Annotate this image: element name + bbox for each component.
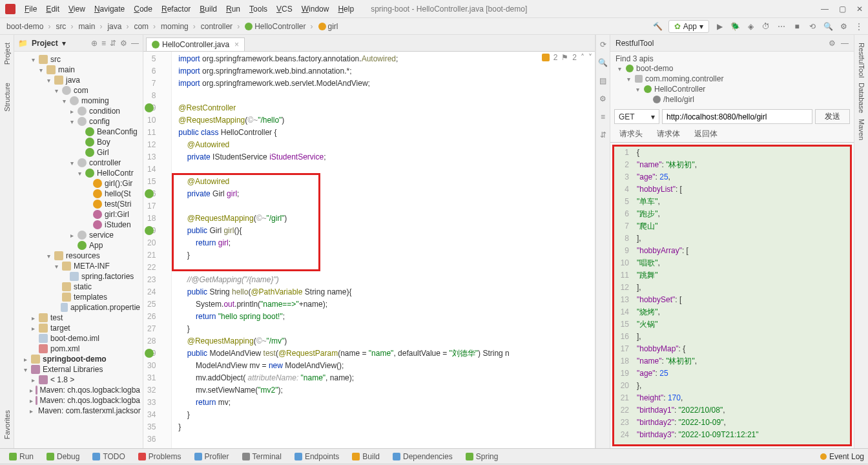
settings-icon[interactable]: ⚙ [120,39,127,48]
project-tree[interactable]: ▾src▾main▾java▾com▾moming▸condition▾conf… [14,52,143,448]
req-tab[interactable]: 请求头 [617,127,645,141]
tree-node[interactable]: iStuden [14,220,143,230]
tree-node[interactable]: ▾moming [14,96,143,106]
tree-node[interactable]: Girl [14,147,143,158]
json-response[interactable]: 123456789101112131415161718192021222324 … [612,145,852,446]
tree-node[interactable]: ▸condition [14,106,143,116]
code-line[interactable]: } [178,323,595,335]
project-tab[interactable]: Project [3,40,11,67]
bottom-tab-endpoints[interactable]: Endpoints [289,451,344,462]
menu-edit[interactable]: Edit [42,3,63,15]
tree-node[interactable]: ▾External Libraries [14,364,143,375]
tree-node[interactable]: spring.factories [14,271,143,282]
code-line[interactable] [178,90,595,102]
code-line[interactable]: System.out.println("name==>"+name); [178,298,595,311]
code-line[interactable]: @RequestMapping(©~"/girl") [178,212,595,225]
tree-node[interactable]: BeanConfig [14,127,143,137]
tree-node[interactable]: ▾resources [14,251,143,261]
api-node[interactable]: ▾boot-demo [615,63,849,74]
settings-icon[interactable]: ⚙ [838,21,849,32]
rest-settings-icon[interactable]: ⚙ [829,39,836,48]
crumb-boot-demo[interactable]: boot-demo [4,21,53,32]
window-buttons[interactable]: — ▢ ✕ [821,5,863,14]
debug-button[interactable]: 🪲 [730,21,740,32]
close-tab-icon[interactable]: × [234,40,239,49]
crumb-moming[interactable]: moming [158,21,198,32]
restfultool-tab[interactable]: RestfulTool [858,40,865,80]
coverage-button[interactable]: ◈ [745,21,756,32]
crumb-java[interactable]: java [105,21,131,32]
api-node[interactable]: ▾com.moming.controller [615,74,849,84]
send-button[interactable]: 发送 [815,109,850,124]
more-icon[interactable]: ⋮ [854,21,864,32]
chevron-down-icon[interactable]: ▾ [62,39,66,48]
close-icon[interactable]: ✕ [856,5,863,14]
bottom-tab-todo[interactable]: TODO [87,451,130,462]
hammer-icon[interactable]: 🔨 [653,21,663,32]
code-line[interactable]: } [178,249,595,262]
menu-window[interactable]: Window [298,3,333,15]
menu-help[interactable]: Help [334,3,358,15]
crumb-controller[interactable]: controller [198,21,242,32]
bottom-tab-profiler[interactable]: Profiler [189,451,234,462]
api-tree[interactable]: ▾boot-demo▾com.moming.controller▾HelloCo… [615,63,849,105]
bottom-tool-bar[interactable]: RunDebugTODOProblemsProfilerTerminalEndp… [0,448,868,464]
tree-node[interactable]: test(Stri [14,199,143,209]
tree-node[interactable]: App [14,240,143,251]
tree-node[interactable]: ▸test [14,313,143,323]
minimize-icon[interactable]: — [821,5,829,14]
update-running-icon[interactable]: ⟲ [807,21,818,32]
code-area[interactable]: 2 ⚑2 ˄ ˅ 5678910111213141516171819202122… [143,52,595,448]
refresh-icon[interactable]: ⟳ [600,40,606,49]
code-line[interactable] [178,262,595,274]
menu-run[interactable]: Run [222,3,244,15]
tree-node[interactable]: ▾main [14,65,143,75]
collapse-all-icon[interactable]: ⇵ [110,39,116,48]
code-line[interactable] [178,163,595,176]
search-icon[interactable]: 🔍 [823,21,833,32]
code-line[interactable]: //@GetMapping("/{name}") [178,274,595,286]
select-opened-file-icon[interactable]: ⊕ [91,39,98,48]
code-line[interactable]: ModelAndView mv = new ModelAndView(); [178,360,595,372]
bottom-tab-terminal[interactable]: Terminal [237,451,287,462]
bottom-tab-dependencies[interactable]: Dependencies [388,451,458,462]
bottom-tab-run[interactable]: Run [4,451,39,462]
code-line[interactable]: public String hello(@PathVariable String… [178,286,595,298]
tab-hellocontroller[interactable]: HelloController.java × [146,37,245,51]
event-log-button[interactable]: Event Log [820,452,864,461]
profile-button[interactable]: ⏱ [761,21,771,32]
crumb-src[interactable]: src [53,21,76,32]
code-line[interactable]: private Girl girl; [178,188,595,200]
gutter-run-icon[interactable] [145,103,154,112]
tree-node[interactable]: ▸Maven: com.fasterxml.jacksor [14,406,143,416]
collapse-icon[interactable]: ⇵ [600,130,606,140]
crumb-main[interactable]: main [76,21,105,32]
tree-node[interactable]: ▸Maven: ch.qos.logback:logba [14,385,143,395]
tree-node[interactable]: ▾controller [14,158,143,168]
menu-code[interactable]: Code [130,3,156,15]
tree-node[interactable]: templates [14,292,143,302]
tree-node[interactable]: ▾META-INF [14,261,143,271]
code-line[interactable]: return mv; [178,397,595,409]
expand-all-icon[interactable]: ≡ [101,39,106,48]
crumb-HelloController[interactable]: HelloController [242,21,315,32]
code-line[interactable]: import org.springframework.web.servlet.M… [178,78,595,90]
tree-node[interactable]: girl:Girl [14,209,143,220]
crumb-com[interactable]: com [131,21,158,32]
tree-node[interactable]: girl():Gir [14,178,143,189]
code-line[interactable]: mv.addObject( attributeName: "name", nam… [178,372,595,384]
expand-icon[interactable]: ≡ [601,112,605,121]
editor-tabs[interactable]: HelloController.java × [143,35,595,52]
tree-node[interactable]: ▾src [14,54,143,65]
menu-navigate[interactable]: Navigate [90,3,129,15]
tree-node[interactable]: ▸< 1.8 > [14,375,143,385]
structure-tab[interactable]: Structure [3,80,11,114]
menu-vcs[interactable]: VCS [273,3,296,15]
breadcrumbs[interactable]: boot-demosrcmainjavacommomingcontrollerH… [4,21,346,32]
tree-node[interactable]: pom.xml [14,344,143,354]
code-line[interactable]: import org.springframework.web.bind.anno… [178,65,595,78]
main-menu[interactable]: FileEditViewNavigateCodeRefactorBuildRun… [21,3,358,15]
database-tab[interactable]: Database [858,80,865,116]
menu-build[interactable]: Build [196,3,221,15]
request-tabs[interactable]: 请求头请求体返回体 [610,126,854,143]
